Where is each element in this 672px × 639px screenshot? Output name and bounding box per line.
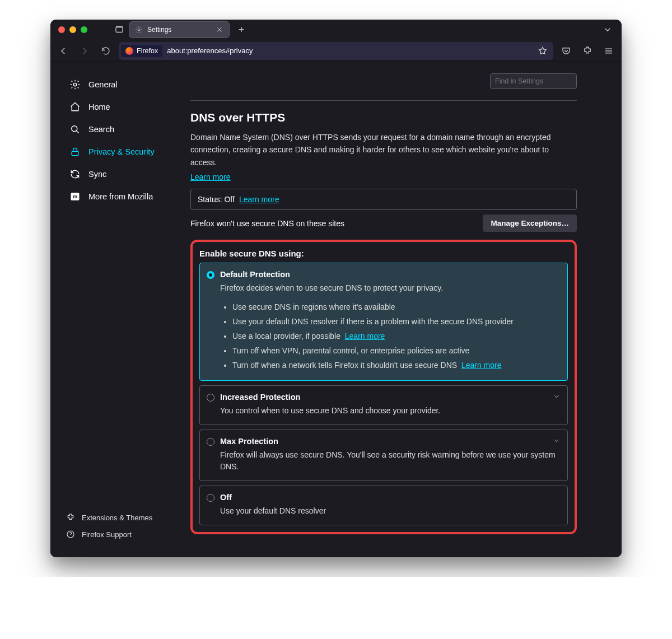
tab-title: Settings [147, 26, 171, 34]
bullet-item: Turn off when a network tells Firefox it… [232, 358, 559, 372]
extensions-themes-link[interactable]: Extensions & Themes [66, 509, 185, 526]
firefox-logo-icon [125, 47, 133, 55]
option-bullets: Use secure DNS in regions where it's ava… [232, 300, 559, 372]
svg-point-2 [73, 83, 76, 86]
browser-tab[interactable]: Settings [129, 21, 230, 38]
window-controls [55, 26, 87, 33]
extensions-button[interactable] [579, 43, 596, 59]
minimize-window-button[interactable] [69, 26, 76, 33]
sidebar-item-label: Sync [88, 170, 106, 179]
exceptions-text: Firefox won't use secure DNS on these si… [190, 219, 344, 228]
bullet-item: Use your default DNS resolver if there i… [232, 314, 559, 329]
manage-exceptions-button[interactable]: Manage Exceptions… [483, 214, 577, 232]
sidebar-item-privacy[interactable]: Privacy & Security [66, 141, 185, 163]
radio-unselected[interactable] [207, 394, 214, 402]
bullet-item: Use secure DNS in regions where it's ava… [232, 300, 559, 314]
exceptions-row: Firefox won't use secure DNS on these si… [190, 214, 577, 232]
sidebar-item-label: Home [88, 102, 110, 111]
bullet-learn-more-link[interactable]: Learn more [345, 332, 385, 341]
app-menu-button[interactable] [600, 43, 617, 59]
chevron-down-icon [553, 437, 561, 445]
sync-icon [69, 169, 81, 180]
gear-icon [69, 79, 81, 90]
status-label: Status: Off [198, 195, 235, 204]
lock-icon [69, 146, 81, 157]
svg-rect-0 [116, 27, 123, 32]
sidebar-item-label: More from Mozilla [88, 192, 153, 201]
dns-options-highlight: Enable secure DNS using: Default Protect… [190, 240, 577, 534]
puzzle-icon [66, 513, 75, 522]
sidebar-item-sync[interactable]: Sync [66, 163, 185, 185]
option-subtitle: Use your default DNS resolver [220, 505, 559, 517]
dns-option-max[interactable]: Max Protection Firefox will always use s… [199, 430, 568, 481]
bullet-item: Use a local provider, if possible Learn … [232, 329, 559, 343]
enable-dns-title: Enable secure DNS using: [199, 249, 568, 258]
sidebar-item-label: General [88, 80, 118, 89]
status-learn-more-link[interactable]: Learn more [239, 195, 279, 204]
radio-selected[interactable] [207, 271, 214, 279]
sidebar-item-general[interactable]: General [66, 73, 185, 96]
close-window-button[interactable] [58, 26, 65, 33]
titlebar: Settings + [50, 20, 622, 40]
radio-unselected[interactable] [207, 494, 214, 502]
learn-more-link[interactable]: Learn more [190, 172, 231, 181]
option-title: Max Protection [220, 437, 559, 446]
sidebar-item-more-mozilla[interactable]: mMore from Mozilla [66, 185, 185, 208]
option-title: Default Protection [220, 270, 559, 279]
option-subtitle: Firefox decides when to use secure DNS t… [220, 282, 559, 294]
sidebar-item-search[interactable]: Search [66, 118, 185, 141]
bookmark-star-icon[interactable] [538, 46, 548, 56]
browser-window: Settings + Firefox about:preferences#pri… [50, 20, 622, 557]
pocket-button[interactable] [558, 43, 575, 59]
settings-main: DNS over HTTPS Domain Name System (DNS) … [185, 62, 610, 557]
close-tab-icon[interactable] [216, 26, 223, 34]
bullet-item: Turn off when VPN, parental control, or … [232, 343, 559, 358]
new-tab-button[interactable]: + [234, 22, 249, 37]
radio-unselected[interactable] [207, 438, 214, 446]
identity-label: Firefox [137, 47, 158, 55]
divider [190, 100, 577, 101]
sidebar-item-label: Privacy & Security [88, 147, 155, 156]
option-subtitle: You control when to use secure DNS and c… [220, 405, 559, 417]
option-title: Increased Protection [220, 393, 559, 402]
settings-sidebar: General Home Search Privacy & Security S… [50, 62, 185, 557]
toolbar: Firefox about:preferences#privacy [50, 40, 622, 62]
tab-overview-icon[interactable] [114, 25, 124, 35]
gear-icon [135, 26, 143, 34]
bullet-learn-more-link[interactable]: Learn more [461, 361, 502, 370]
dns-status-box: Status: Off Learn more [190, 189, 577, 210]
firefox-support-link[interactable]: Firefox Support [66, 526, 185, 543]
back-button[interactable] [55, 43, 72, 59]
section-title: DNS over HTTPS [190, 111, 577, 124]
svg-point-1 [138, 29, 140, 31]
reload-button[interactable] [97, 43, 114, 59]
content-area: General Home Search Privacy & Security S… [50, 62, 622, 557]
search-icon [69, 124, 81, 135]
dns-option-default[interactable]: Default Protection Firefox decides when … [199, 263, 568, 381]
help-icon [66, 530, 75, 539]
sidebar-item-label: Search [88, 125, 114, 134]
svg-rect-4 [72, 151, 78, 156]
link-label: Extensions & Themes [82, 514, 152, 522]
home-icon [69, 101, 81, 113]
section-description: Domain Name System (DNS) over HTTPS send… [190, 131, 577, 169]
find-input[interactable] [490, 73, 577, 89]
find-in-settings [190, 73, 577, 89]
link-label: Firefox Support [82, 530, 132, 539]
maximize-window-button[interactable] [81, 26, 87, 33]
identity-chip[interactable]: Firefox [121, 45, 162, 57]
svg-text:m: m [73, 194, 77, 199]
svg-point-3 [72, 126, 77, 132]
dns-option-off[interactable]: Off Use your default DNS resolver [199, 486, 568, 525]
url-text: about:preferences#privacy [167, 46, 253, 55]
chevron-down-icon [553, 393, 561, 400]
sidebar-item-home[interactable]: Home [66, 96, 185, 118]
option-subtitle: Firefox will always use secure DNS. You'… [220, 449, 559, 473]
mozilla-icon: m [69, 191, 81, 202]
list-tabs-icon[interactable] [603, 25, 613, 35]
url-bar[interactable]: Firefox about:preferences#privacy [119, 42, 553, 60]
dns-option-increased[interactable]: Increased Protection You control when to… [199, 385, 568, 425]
forward-button[interactable] [76, 43, 93, 59]
option-title: Off [220, 493, 559, 502]
